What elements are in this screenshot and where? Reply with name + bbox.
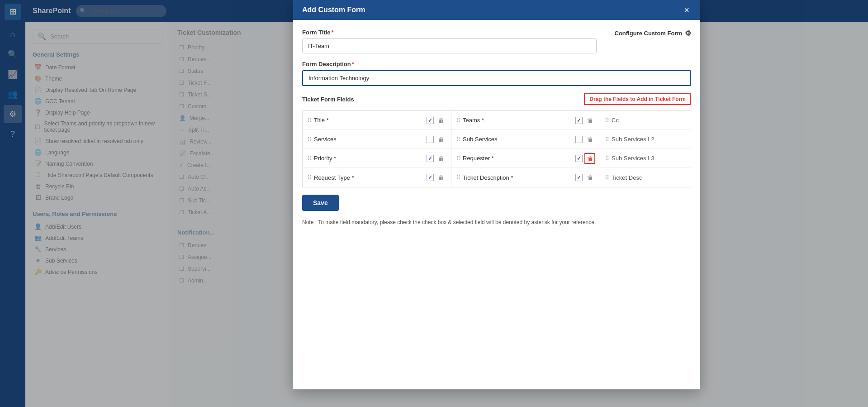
- modal-title: Add Custom Form: [302, 6, 365, 14]
- field-checkbox-requester[interactable]: ✓: [575, 155, 583, 162]
- drag-handle-sub-services[interactable]: ⠿: [456, 136, 460, 143]
- field-actions-sub-services: 🗑: [575, 134, 595, 145]
- field-name-services: Services: [314, 136, 424, 143]
- field-delete-request-type[interactable]: 🗑: [436, 172, 446, 183]
- form-description-group: Form Description*: [302, 61, 691, 86]
- field-name-sub-services: Sub Services: [463, 136, 573, 143]
- form-description-input[interactable]: [302, 70, 691, 86]
- field-name-teams: Teams *: [463, 117, 573, 124]
- drag-field-name-cc: Cc: [612, 117, 619, 124]
- drag-field-name-ticket-desc: Ticket Desc: [612, 174, 642, 181]
- drag-field-name-sub-services-l2: Sub Services L2: [612, 136, 655, 143]
- field-row-requester: ⠿ Requester * ✓ 🗑: [451, 149, 600, 168]
- drag-handle-requester[interactable]: ⠿: [456, 155, 460, 162]
- modal-overlay: Add Custom Form × Form Title* Configure …: [0, 0, 868, 407]
- field-delete-sub-services[interactable]: 🗑: [584, 134, 595, 145]
- configure-label: Configure Custom Form: [615, 30, 683, 37]
- field-checkbox-request-type[interactable]: ✓: [427, 174, 434, 181]
- drag-handle-sub-services-l3: ⠿: [605, 155, 609, 162]
- fields-column-3: ⠿ Cc ⠿ Sub Services L2 ⠿ Sub Services L3…: [600, 111, 691, 187]
- drag-hint: Drag the Fields to Add in Ticket Form: [584, 93, 691, 105]
- note-text: Note : To make field mandatory, please c…: [302, 218, 691, 226]
- field-row-services: ⠿ Services 🗑: [303, 130, 451, 149]
- field-row-title: ⠿ Title * ✓ 🗑: [303, 111, 451, 130]
- fields-header: Ticket Form Fields Drag the Fields to Ad…: [302, 93, 691, 105]
- field-row-priority: ⠿ Priority * ✓ 🗑: [303, 149, 451, 168]
- field-checkbox-teams[interactable]: ✓: [575, 117, 583, 124]
- drag-field-sub-services-l2[interactable]: ⠿ Sub Services L2: [600, 130, 691, 149]
- form-title-group: Form Title*: [302, 29, 615, 53]
- drag-handle-ticket-description[interactable]: ⠿: [456, 174, 460, 181]
- field-actions-services: 🗑: [427, 134, 446, 145]
- field-checkbox-title[interactable]: ✓: [427, 117, 434, 124]
- field-name-priority: Priority *: [314, 155, 424, 162]
- drag-handle-title[interactable]: ⠿: [307, 117, 311, 124]
- field-actions-title: ✓ 🗑: [427, 115, 446, 126]
- field-name-requester: Requester *: [463, 155, 573, 162]
- field-checkbox-ticket-description[interactable]: ✓: [575, 174, 583, 181]
- drag-handle-teams[interactable]: ⠿: [456, 117, 460, 124]
- field-checkbox-services[interactable]: [427, 136, 434, 143]
- drag-handle-cc: ⠿: [605, 117, 609, 124]
- drag-field-cc[interactable]: ⠿ Cc: [600, 111, 691, 130]
- field-delete-teams[interactable]: 🗑: [584, 115, 595, 126]
- field-checkbox-sub-services[interactable]: [575, 136, 583, 143]
- field-delete-priority[interactable]: 🗑: [436, 153, 446, 164]
- drag-field-ticket-desc[interactable]: ⠿ Ticket Desc: [600, 168, 691, 187]
- field-actions-priority: ✓ 🗑: [427, 153, 446, 164]
- field-actions-request-type: ✓ 🗑: [427, 172, 446, 183]
- field-row-request-type: ⠿ Request Type * ✓ 🗑: [303, 168, 451, 187]
- drag-handle-services[interactable]: ⠿: [307, 136, 311, 143]
- field-actions-teams: ✓ 🗑: [575, 115, 595, 126]
- fields-column-2: ⠿ Teams * ✓ 🗑 ⠿ Sub Services 🗑: [451, 111, 600, 187]
- form-desc-required: *: [352, 61, 354, 67]
- field-delete-services[interactable]: 🗑: [436, 134, 446, 145]
- field-row-ticket-description: ⠿ Ticket Description * ✓ 🗑: [451, 168, 600, 187]
- field-name-ticket-description: Ticket Description *: [463, 174, 573, 181]
- drag-field-sub-services-l3[interactable]: ⠿ Sub Services L3: [600, 149, 691, 168]
- field-name-title: Title *: [314, 117, 424, 124]
- drag-handle-sub-services-l2: ⠿: [605, 136, 609, 143]
- modal-body: Form Title* Configure Custom Form ⚙ Form…: [293, 20, 700, 389]
- ticket-form-fields-label: Ticket Form Fields: [302, 96, 354, 103]
- field-checkbox-priority[interactable]: ✓: [427, 155, 434, 162]
- drag-handle-priority[interactable]: ⠿: [307, 155, 311, 162]
- form-description-label: Form Description*: [302, 61, 691, 67]
- drag-handle-ticket-desc: ⠿: [605, 174, 609, 181]
- modal-header: Add Custom Form ×: [293, 0, 700, 20]
- drag-field-name-sub-services-l3: Sub Services L3: [612, 155, 655, 162]
- save-button[interactable]: Save: [302, 195, 339, 211]
- add-custom-form-modal: Add Custom Form × Form Title* Configure …: [293, 0, 700, 389]
- configure-gear-icon: ⚙: [685, 29, 691, 38]
- field-actions-ticket-description: ✓ 🗑: [575, 172, 595, 183]
- field-delete-title[interactable]: 🗑: [436, 115, 446, 126]
- modal-close-button[interactable]: ×: [682, 5, 691, 14]
- form-top-row: Form Title* Configure Custom Form ⚙: [302, 29, 691, 53]
- field-actions-requester: ✓ 🗑: [575, 153, 595, 164]
- drag-handle-request-type[interactable]: ⠿: [307, 174, 311, 181]
- form-title-input[interactable]: [302, 38, 597, 53]
- field-name-request-type: Request Type *: [314, 174, 424, 181]
- field-row-sub-services: ⠿ Sub Services 🗑: [451, 130, 600, 149]
- configure-link[interactable]: Configure Custom Form ⚙: [615, 29, 692, 38]
- form-title-required: *: [332, 29, 334, 36]
- field-delete-requester[interactable]: 🗑: [584, 153, 595, 164]
- field-row-teams: ⠿ Teams * ✓ 🗑: [451, 111, 600, 130]
- field-delete-ticket-description[interactable]: 🗑: [584, 172, 595, 183]
- fields-column-1: ⠿ Title * ✓ 🗑 ⠿ Services 🗑: [303, 111, 451, 187]
- fields-grid: ⠿ Title * ✓ 🗑 ⠿ Services 🗑: [302, 110, 691, 187]
- form-title-label: Form Title*: [302, 29, 597, 36]
